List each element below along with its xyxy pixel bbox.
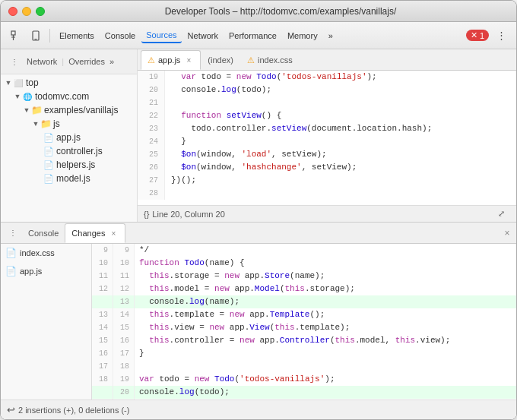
diff-lines: 9 9 */ 10 10 function Todo(name) { 11 11…	[92, 244, 516, 399]
code-line-19: 19 var todo = new Todo('todos-vanillajs'…	[138, 71, 516, 84]
tree-toggle-todomvc[interactable]: ▼	[13, 92, 22, 101]
error-count: 1	[480, 31, 484, 40]
file-panel-header: ⋮ Network | Overrides »	[1, 49, 137, 74]
settings-button[interactable]: ⋮	[492, 27, 510, 45]
appjs-icon: 📄	[43, 132, 54, 143]
changes-content: 📄 index.css 📄 app.js 9 9 */	[1, 244, 516, 399]
code-line-24: 24 }	[138, 135, 516, 148]
diff-line-5: 13 console.log(name);	[92, 295, 516, 308]
code-line-25: 25 $on(window, 'load', setView);	[138, 148, 516, 161]
device-toolbar-button[interactable]	[27, 27, 45, 45]
diff-line-11: 18 19 var todo = new Todo('todos-vanilla…	[92, 373, 516, 386]
code-line-20: 20 console.log(todo);	[138, 84, 516, 96]
tree-item-examples[interactable]: ▼ 📁 examples/vanillajs	[1, 103, 137, 117]
tree-item-appjs[interactable]: 📄 app.js	[1, 131, 137, 144]
diff-line-7: 14 15 this.view = new app.View(this.temp…	[92, 321, 516, 334]
inspect-element-button[interactable]	[7, 27, 25, 45]
tree-item-todomvc[interactable]: ▼ 🌐 todomvc.com	[1, 90, 137, 103]
tab-sources[interactable]: Sources	[141, 28, 181, 43]
tab-label-index: (index)	[208, 55, 233, 65]
bottom-tabs: ⋮ Console Changes × ×	[1, 223, 516, 244]
tree-label-appjs: app.js	[56, 132, 81, 143]
undo-icon: ↩	[7, 404, 15, 415]
diff-line-1: 9 9 */	[92, 244, 516, 257]
code-tab-index[interactable]: (index)	[201, 50, 240, 70]
traffic-lights	[8, 7, 45, 16]
tab-network[interactable]: Network	[183, 29, 223, 43]
tree-label-controllerjs: controller.js	[56, 146, 103, 156]
diff-line-6: 13 14 this.template = new app.Template()…	[92, 308, 516, 321]
tree-label-helpersjs: helpers.js	[56, 159, 95, 170]
diff-line-9: 16 17 }	[92, 347, 516, 360]
changes-diff: 9 9 */ 10 10 function Todo(name) { 11 11…	[92, 244, 516, 399]
bottom-panel: ⋮ Console Changes × × 📄 index.css 📄 app.…	[1, 222, 516, 419]
tab-warning-appjs: ⚠	[147, 55, 155, 65]
code-lines: 19 var todo = new Todo('todos-vanillajs'…	[138, 71, 516, 200]
tab-label-indexcss: index.css	[258, 55, 293, 65]
tree-toggle-examples[interactable]: ▼	[22, 106, 31, 115]
statusbar-position: Line 20, Column 20	[152, 210, 224, 219]
appjs-file-icon: 📄	[5, 266, 17, 276]
tab-performance[interactable]: Performance	[224, 29, 281, 43]
tree-toggle-js[interactable]: ▼	[31, 119, 40, 128]
changes-file-indexcss[interactable]: 📄 index.css	[1, 244, 91, 262]
domain-icon: 🌐	[22, 91, 33, 102]
error-badge: ✕ 1	[466, 30, 489, 41]
tree-label-modeljs: model.js	[56, 173, 90, 184]
tree-item-controllerjs[interactable]: 📄 controller.js	[1, 144, 137, 158]
tree-item-js[interactable]: ▼ 📁 js	[1, 117, 137, 131]
more-tabs-button[interactable]: »	[324, 29, 338, 43]
tab-changes[interactable]: Changes ×	[65, 223, 125, 243]
overrides-tab-label[interactable]: Overrides	[68, 57, 105, 66]
tab-memory[interactable]: Memory	[283, 29, 322, 43]
diff-line-3: 11 11 this.storage = new app.Store(name)…	[92, 270, 516, 283]
code-line-22: 22 function setView() {	[138, 109, 516, 122]
file-panel-menu-button[interactable]: ⋮	[5, 52, 24, 71]
close-button[interactable]	[8, 7, 17, 16]
close-bottom-panel-button[interactable]: ×	[501, 227, 513, 239]
code-statusbar: {} Line 20, Column 20 ⤢	[138, 205, 516, 222]
tab-close-appjs[interactable]: ×	[183, 55, 194, 65]
window-title: Developer Tools – http://todomvc.com/exa…	[52, 6, 509, 17]
tab-console[interactable]: Console	[100, 29, 140, 43]
code-panel: ⚠ app.js × (index) ⚠ index.css 19 va	[138, 49, 516, 222]
tree-toggle-top[interactable]: ▼	[4, 78, 13, 87]
diff-line-12: 20 console.log(todo);	[92, 386, 516, 399]
code-tab-indexcss[interactable]: ⚠ index.css	[240, 50, 300, 70]
code-editor[interactable]: 19 var todo = new Todo('todos-vanillajs'…	[138, 71, 516, 205]
diff-line-4: 12 12 this.model = new app.Model(this.st…	[92, 283, 516, 295]
statusbar-brackets: {}	[144, 210, 149, 219]
modeljs-icon: 📄	[43, 173, 54, 184]
maximize-button[interactable]	[36, 7, 45, 16]
code-tab-appjs[interactable]: ⚠ app.js ×	[141, 50, 201, 70]
helpersjs-icon: 📄	[43, 159, 54, 170]
tab-warning-indexcss: ⚠	[247, 55, 255, 65]
tree-item-modeljs[interactable]: 📄 model.js	[1, 172, 137, 185]
main-toolbar: Elements Console Sources Network Perform…	[1, 22, 516, 49]
file-panel: ⋮ Network | Overrides » ▼ ⬜ top ▼ 🌐 todo…	[1, 49, 138, 222]
controllerjs-icon: 📄	[43, 146, 54, 156]
network-tab-label[interactable]: Network	[27, 57, 57, 66]
code-line-23: 23 todo.controller.setView(document.loca…	[138, 122, 516, 135]
tab-changes-label: Changes	[71, 229, 105, 238]
bottom-panel-menu-button[interactable]: ⋮	[4, 224, 22, 242]
statusbar-expand-button[interactable]: ⤢	[492, 205, 510, 223]
file-tree: ▼ ⬜ top ▼ 🌐 todomvc.com ▼ 📁 examples/van…	[1, 74, 137, 222]
file-panel-more[interactable]: »	[109, 57, 114, 66]
tree-item-helpersjs[interactable]: 📄 helpers.js	[1, 158, 137, 172]
tab-console-bottom[interactable]: Console	[22, 223, 65, 243]
changes-file-appjs[interactable]: 📄 app.js	[1, 262, 91, 280]
changes-summary: 2 insertions (+), 0 deletions (-)	[18, 406, 129, 415]
diff-line-10: 17 18	[92, 360, 516, 373]
changes-file-label-indexcss: index.css	[20, 248, 55, 257]
code-line-21: 21	[138, 96, 516, 109]
tree-label-js: js	[53, 118, 60, 129]
examples-folder-icon: 📁	[31, 105, 42, 115]
tab-elements[interactable]: Elements	[55, 29, 99, 43]
tab-console-label: Console	[28, 229, 59, 238]
tab-changes-close[interactable]: ×	[108, 228, 119, 238]
minimize-button[interactable]	[22, 7, 31, 16]
tree-label-examples: examples/vanillajs	[44, 105, 118, 115]
toolbar-separator	[49, 29, 50, 43]
tree-item-top[interactable]: ▼ ⬜ top	[1, 76, 137, 90]
